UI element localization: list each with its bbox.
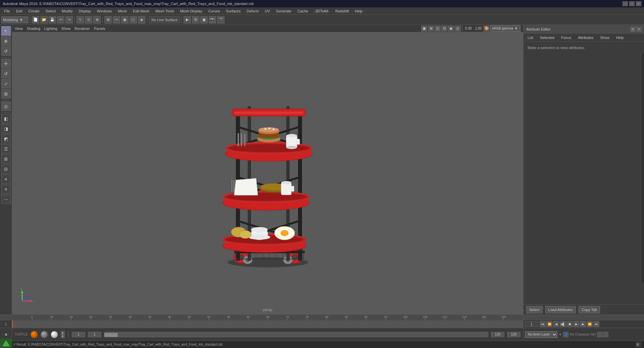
vp-menu-view[interactable]: View: [15, 27, 23, 31]
status-bar-btn[interactable]: ⊟: [636, 342, 641, 347]
modeling-dropdown[interactable]: Modeling ▼: [1, 16, 28, 23]
close-button[interactable]: ✕: [636, 1, 641, 6]
char-btn-1[interactable]: [597, 332, 602, 337]
menu-file[interactable]: File: [1, 8, 13, 14]
menu-surfaces[interactable]: Surfaces: [224, 8, 243, 14]
step-up-btn[interactable]: ▲: [61, 331, 65, 335]
anim-layer-btn[interactable]: ◩: [1, 134, 11, 143]
viewport-3d[interactable]: X Y Z persp: [12, 32, 523, 314]
anim-layer-select[interactable]: No Anim Layer: [525, 331, 557, 338]
render-snap-btn[interactable]: 📷: [209, 16, 216, 24]
snap-view-btn[interactable]: ⬡: [130, 16, 137, 24]
attr-tab-attributes[interactable]: Attributes: [577, 35, 595, 40]
attr-tab-show[interactable]: Show: [599, 35, 611, 40]
display-settings-btn[interactable]: ☰: [1, 144, 11, 154]
vp-menu-shading[interactable]: Shading: [27, 27, 40, 31]
material-sphere-white[interactable]: [51, 331, 58, 338]
menu-uv[interactable]: UV: [262, 8, 273, 14]
prev-frame-btn[interactable]: ⏪: [546, 321, 552, 327]
menu-display[interactable]: Display: [76, 8, 94, 14]
render-region-btn[interactable]: ▣: [200, 16, 208, 24]
rotate-btn[interactable]: ↺: [1, 69, 11, 78]
open-scene-btn[interactable]: 📁: [40, 16, 48, 24]
menu-windows[interactable]: Windows: [94, 8, 115, 14]
scale-btn[interactable]: ⤢: [1, 79, 11, 88]
more-settings-btn[interactable]: ⊟: [1, 164, 11, 174]
play-back-btn[interactable]: ◀▌: [560, 321, 566, 327]
attr-tab-list[interactable]: List: [526, 35, 535, 40]
attr-tab-selected[interactable]: Selected: [539, 35, 556, 40]
snap-grid-btn[interactable]: ⊞: [104, 16, 112, 24]
lasso-btn[interactable]: ↺: [1, 46, 11, 56]
save-scene-btn[interactable]: 💾: [49, 16, 56, 24]
render-settings-btn[interactable]: ⚙: [192, 16, 199, 24]
universal-manip-btn[interactable]: ⊞: [1, 89, 11, 98]
paint-select-btn[interactable]: ⊕: [1, 36, 11, 46]
char-set-icon[interactable]: 👤: [563, 332, 568, 337]
material-sphere-grey[interactable]: [41, 331, 48, 338]
play-fwd-btn[interactable]: ▶: [573, 321, 579, 327]
extra-btn2[interactable]: ≡: [1, 184, 11, 194]
menu-generate[interactable]: Generate: [273, 8, 294, 14]
lasso-select-btn[interactable]: ⊙: [85, 16, 92, 24]
attr-tab-focus[interactable]: Focus: [560, 35, 573, 40]
char-btn-2[interactable]: [603, 332, 608, 337]
snap-point-btn[interactable]: ◉: [121, 16, 129, 24]
vp-menu-show[interactable]: Show: [61, 27, 71, 31]
select-btn[interactable]: Select: [526, 306, 543, 313]
menu-redshift[interactable]: Redshift: [333, 8, 351, 14]
vp-tool-2[interactable]: ⊞: [428, 26, 434, 32]
vp-tool-5[interactable]: ◉: [448, 26, 454, 32]
display-layer-btn[interactable]: ◧: [1, 114, 11, 123]
select-mode-btn[interactable]: ↖: [77, 16, 84, 24]
vp-tool-1[interactable]: ▣: [421, 26, 427, 32]
menu-deform[interactable]: Deform: [244, 8, 261, 14]
end-frame-input2[interactable]: 120: [507, 332, 521, 337]
minimize-button[interactable]: ─: [623, 1, 628, 6]
snap-curve-btn[interactable]: 〜: [113, 16, 120, 24]
render-current-btn[interactable]: ▶: [184, 16, 191, 24]
menu-select[interactable]: Select: [43, 8, 59, 14]
vp-menu-panels[interactable]: Panels: [94, 27, 105, 31]
next-frame-btn[interactable]: ⏩: [587, 321, 593, 327]
auto-key-btn[interactable]: [3, 332, 9, 337]
attr-close-btn[interactable]: ✕: [637, 27, 641, 32]
start-frame-input2[interactable]: 1: [88, 332, 101, 337]
attr-detach-btn[interactable]: ⊟: [631, 27, 635, 32]
vp-tool-4[interactable]: ⊟: [441, 26, 447, 32]
vp-tool-6[interactable]: ◎: [455, 26, 461, 32]
menu-modify[interactable]: Modify: [59, 8, 75, 14]
start-frame-input[interactable]: 1: [72, 332, 85, 337]
next-key-btn[interactable]: ▶: [580, 321, 586, 327]
attr-editor-scrollbar[interactable]: [641, 53, 644, 282]
menu-help[interactable]: Help: [352, 8, 365, 14]
move-btn[interactable]: ✛: [1, 59, 11, 68]
current-frame-display[interactable]: 1: [525, 321, 538, 327]
vp-menu-renderer[interactable]: Renderer: [75, 27, 90, 31]
timeline-range-slider[interactable]: [104, 332, 488, 337]
load-attributes-btn[interactable]: Load Attributes: [545, 306, 576, 313]
go-start-btn[interactable]: ⏮: [540, 321, 546, 327]
menu-mesh[interactable]: Mesh: [115, 8, 130, 14]
render-settings-left-btn[interactable]: ⊞: [1, 154, 11, 164]
extra-btn3[interactable]: ⋯: [1, 194, 11, 204]
timeline-track[interactable]: [12, 320, 523, 328]
snap-surface-btn[interactable]: ◈: [138, 16, 145, 24]
copy-tab-btn[interactable]: Copy Tab: [579, 306, 600, 313]
extra-btn1[interactable]: ≡: [1, 174, 11, 184]
attr-tab-help[interactable]: Help: [615, 35, 625, 40]
render-layer-btn[interactable]: ◨: [1, 124, 11, 133]
prev-key-btn[interactable]: ◀: [553, 321, 559, 327]
undo-btn[interactable]: ↩: [57, 16, 64, 24]
vp-menu-lighting[interactable]: Lighting: [44, 27, 57, 31]
menu-create[interactable]: Create: [26, 8, 42, 14]
menu-mesh-tools[interactable]: Mesh Tools: [153, 8, 177, 14]
soft-select-btn[interactable]: ◎: [1, 101, 11, 111]
menu-mesh-display[interactable]: Mesh Display: [178, 8, 205, 14]
select-tool-btn[interactable]: ↖: [1, 26, 11, 36]
maximize-button[interactable]: □: [629, 1, 635, 6]
paint-select-btn[interactable]: ⊗: [93, 16, 101, 24]
menu-edit[interactable]: Edit: [13, 8, 25, 14]
menu-curves[interactable]: Curves: [206, 8, 223, 14]
go-end-btn[interactable]: ⏭: [593, 321, 599, 327]
